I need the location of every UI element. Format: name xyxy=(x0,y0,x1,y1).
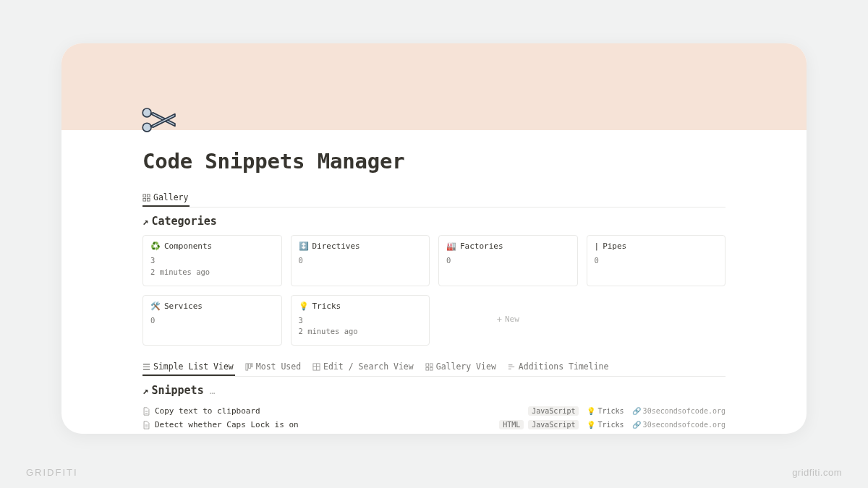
svg-rect-6 xyxy=(246,363,248,369)
snippets-section-header[interactable]: ↗ Snippets … xyxy=(142,384,726,397)
category-time: 2 minutes ago xyxy=(299,326,422,338)
tab-label: Most Used xyxy=(256,361,301,372)
gallery-icon xyxy=(425,363,433,371)
category-name: Components xyxy=(164,241,212,251)
category-count: 0 xyxy=(299,255,422,267)
tab-gallery-view[interactable]: Gallery View xyxy=(425,359,498,376)
plus-icon: + xyxy=(497,314,502,325)
svg-point-0 xyxy=(142,123,151,132)
category-emoji: 💡 xyxy=(299,302,309,310)
svg-rect-13 xyxy=(430,367,433,370)
lang-tag: JavaScript xyxy=(528,420,579,429)
scissors-icon[interactable] xyxy=(140,104,179,136)
svg-rect-8 xyxy=(251,363,252,367)
category-name: Tricks xyxy=(597,421,624,429)
svg-point-1 xyxy=(142,108,151,117)
brand-logo-text: GRIDFITI xyxy=(26,467,78,478)
categories-section-header[interactable]: ↗ Categories xyxy=(142,215,726,228)
categories-tabbar: Gallery xyxy=(142,189,726,207)
category-count: 3 xyxy=(299,315,422,327)
snippets-tabbar: Simple List View Most Used Edit / Search… xyxy=(142,359,726,377)
category-time: 2 minutes ago xyxy=(150,267,274,278)
category-card[interactable]: 🏭 Factories 0 xyxy=(438,235,578,286)
category-emoji: 💡 xyxy=(587,407,595,415)
lang-tag: HTML xyxy=(499,420,524,429)
category-card[interactable]: 🛠️ Services 0 xyxy=(142,295,282,346)
category-emoji: | xyxy=(595,242,600,250)
svg-rect-7 xyxy=(248,363,250,367)
category-name: Pipes xyxy=(603,241,626,251)
arrow-icon: ↗ xyxy=(142,385,148,396)
source-text: 30secondsofcode.org xyxy=(643,407,726,415)
brand-url: gridfiti.com xyxy=(792,467,842,478)
page-icon xyxy=(142,421,150,429)
tab-gallery[interactable]: Gallery xyxy=(142,189,190,207)
snippet-title: Detect whether Caps Lock is on xyxy=(155,420,299,429)
category-name: Tricks xyxy=(597,407,624,415)
app-window: Code Snippets Manager Gallery ↗ Categori… xyxy=(61,43,807,434)
section-title: Snippets xyxy=(151,384,203,397)
svg-rect-3 xyxy=(147,194,150,197)
svg-rect-10 xyxy=(426,363,429,366)
category-count: 0 xyxy=(150,315,274,327)
tab-most-used[interactable]: Most Used xyxy=(245,359,302,376)
page-cover xyxy=(61,43,807,130)
more-icon[interactable]: … xyxy=(210,385,216,396)
category-emoji: ↕️ xyxy=(299,242,309,250)
category-card[interactable]: 💡 Tricks 3 2 minutes ago xyxy=(291,295,430,346)
category-tag: 💡 Tricks xyxy=(583,420,627,429)
tab-edit-search-view[interactable]: Edit / Search View xyxy=(312,359,415,376)
category-card[interactable]: ♻️ Components 3 2 minutes ago xyxy=(142,235,282,286)
tab-label: Edit / Search View xyxy=(323,361,414,372)
snippet-row[interactable]: Detect whether Caps Lock is on HTML Java… xyxy=(142,418,726,432)
new-category-button[interactable]: + New xyxy=(438,295,578,346)
link-icon: 🔗 xyxy=(632,407,641,415)
category-tag: 💡 Tricks xyxy=(583,406,627,416)
section-title: Categories xyxy=(151,215,216,228)
category-card[interactable]: | Pipes 0 xyxy=(587,235,726,286)
tab-label: Gallery xyxy=(153,192,188,202)
tab-additions-timeline[interactable]: Additions Timeline xyxy=(508,359,610,376)
page-icon xyxy=(142,407,150,416)
tab-simple-list-view[interactable]: Simple List View xyxy=(142,359,235,376)
list-icon xyxy=(142,363,150,371)
categories-gallery: ♻️ Components 3 2 minutes ago ↕️ Directi… xyxy=(142,235,726,346)
svg-rect-12 xyxy=(426,367,429,370)
svg-rect-5 xyxy=(147,198,150,201)
page-title: Code Snippets Manager xyxy=(142,149,726,174)
svg-rect-2 xyxy=(143,194,146,197)
category-name: Services xyxy=(164,301,203,311)
category-count: 0 xyxy=(595,255,718,267)
source-link[interactable]: 🔗 30secondsofcode.org xyxy=(632,421,726,429)
category-name: Directives xyxy=(312,241,360,251)
snippet-row[interactable]: Copy text to clipboard JavaScript 💡 Tric… xyxy=(142,404,726,418)
tab-label: Gallery View xyxy=(436,361,496,372)
category-count: 3 xyxy=(150,255,274,267)
table-icon xyxy=(312,363,320,371)
board-icon xyxy=(245,363,253,371)
svg-rect-11 xyxy=(430,363,433,366)
category-emoji: ♻️ xyxy=(150,242,161,250)
timeline-icon xyxy=(508,363,516,371)
category-count: 0 xyxy=(446,255,570,267)
source-link[interactable]: 🔗 30secondsofcode.org xyxy=(632,407,726,415)
new-label: New xyxy=(505,314,519,324)
tab-label: Simple List View xyxy=(153,361,234,372)
source-text: 30secondsofcode.org xyxy=(643,421,726,429)
snippet-title: Copy text to clipboard xyxy=(155,406,260,416)
category-name: Tricks xyxy=(312,301,341,311)
svg-rect-4 xyxy=(143,198,146,201)
category-name: Factories xyxy=(460,241,503,251)
gallery-icon xyxy=(142,194,150,202)
link-icon: 🔗 xyxy=(632,421,641,429)
arrow-icon: ↗ xyxy=(142,215,148,227)
category-emoji: 🛠️ xyxy=(150,302,161,310)
lang-tag: JavaScript xyxy=(528,406,579,416)
category-card[interactable]: ↕️ Directives 0 xyxy=(291,235,430,286)
page-footer: GRIDFITI gridfiti.com xyxy=(26,467,842,478)
tab-label: Additions Timeline xyxy=(519,361,609,372)
page-content: Code Snippets Manager Gallery ↗ Categori… xyxy=(61,130,807,432)
category-emoji: 💡 xyxy=(587,421,595,429)
category-emoji: 🏭 xyxy=(446,242,456,250)
